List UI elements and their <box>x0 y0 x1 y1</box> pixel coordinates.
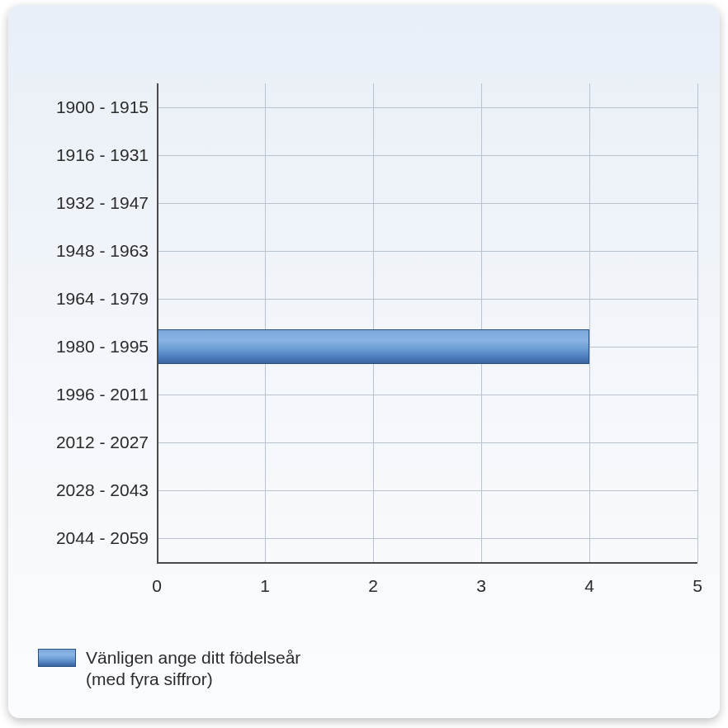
gridline-h <box>157 538 697 539</box>
gridline-v <box>697 83 698 562</box>
x-axis <box>157 562 697 564</box>
x-tick-label: 1 <box>260 576 270 596</box>
y-tick-label: 2028 - 2043 <box>56 480 149 500</box>
y-tick-label: 1916 - 1931 <box>56 145 149 165</box>
y-tick-label: 1964 - 1979 <box>56 289 149 309</box>
gridline-h <box>157 203 697 204</box>
legend-swatch <box>38 649 76 667</box>
bar <box>157 329 589 364</box>
gridline-h <box>157 395 697 395</box>
legend: Vänligen ange ditt födelseår (med fyra s… <box>38 647 300 691</box>
chart-card: 1900 - 19151916 - 19311932 - 19471948 - … <box>8 5 720 718</box>
y-tick-label: 2012 - 2027 <box>56 433 149 452</box>
y-tick-label: 1900 - 1915 <box>56 97 149 117</box>
gridline-h <box>157 442 697 443</box>
legend-line-2: (med fyra siffror) <box>86 669 300 690</box>
legend-line-1: Vänligen ange ditt födelseår <box>86 647 300 669</box>
plot-area <box>157 83 697 562</box>
y-tick-label: 1948 - 1963 <box>56 241 149 261</box>
gridline-h <box>157 251 697 252</box>
gridline-h <box>157 299 697 300</box>
x-tick-label: 2 <box>368 576 378 596</box>
y-tick-label: 2044 - 2059 <box>56 528 149 548</box>
legend-text: Vänligen ange ditt födelseår (med fyra s… <box>86 647 300 691</box>
x-tick-label: 3 <box>476 576 486 596</box>
y-tick-label: 1996 - 2011 <box>56 385 149 404</box>
y-tick-label: 1980 - 1995 <box>56 337 149 357</box>
y-axis <box>157 83 158 562</box>
x-tick-label: 5 <box>693 576 702 596</box>
y-tick-label: 1932 - 1947 <box>56 193 149 213</box>
gridline-h <box>157 490 697 491</box>
x-tick-label: 0 <box>152 576 162 596</box>
x-tick-label: 4 <box>584 576 594 596</box>
gridline-h <box>157 155 697 156</box>
gridline-h <box>157 107 697 108</box>
